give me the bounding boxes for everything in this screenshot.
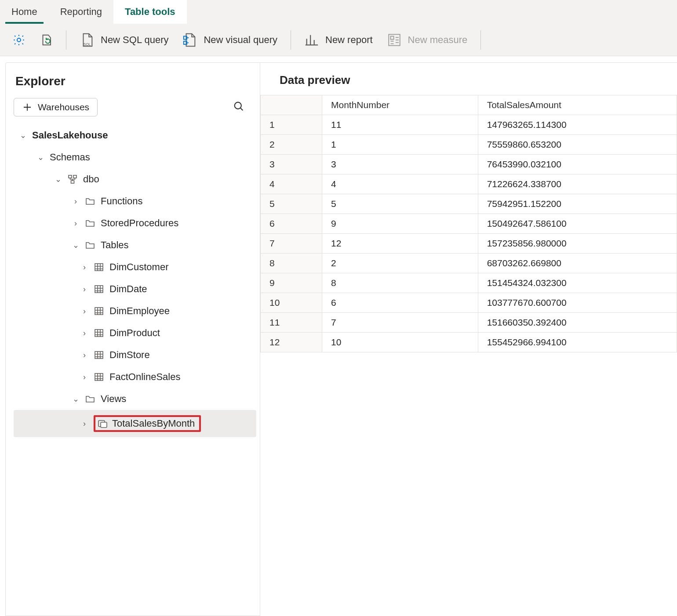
svg-point-6	[235, 102, 241, 109]
table-row[interactable]: 69150492647.586100	[261, 214, 677, 234]
explorer-toolbar: Warehouses	[14, 98, 256, 116]
new-report-button[interactable]: New report	[302, 30, 375, 50]
table-row[interactable]: 5575942951.152200	[261, 194, 677, 214]
row-number-cell: 8	[261, 254, 322, 273]
tree-table-item[interactable]: ›DimCustomer	[14, 256, 256, 278]
tree-tables[interactable]: ⌄ Tables	[14, 234, 256, 256]
tree-table-label: DimCustomer	[109, 261, 168, 273]
tree-table-label: DimStore	[109, 349, 150, 361]
tree-schema-dbo[interactable]: ⌄ dbo	[14, 168, 256, 190]
tree-view-totalsalesbymonth[interactable]: › TotalSalesByMonth	[14, 410, 256, 437]
data-cell: 10	[322, 333, 478, 352]
tree-views[interactable]: ⌄ Views	[14, 388, 256, 410]
tree-table-item[interactable]: ›DimDate	[14, 278, 256, 300]
svg-rect-15	[95, 373, 103, 380]
svg-rect-5	[390, 36, 393, 39]
search-button[interactable]	[233, 100, 245, 115]
tree-functions-label: Functions	[101, 196, 142, 207]
folder-icon	[85, 240, 95, 250]
table-row[interactable]: 3376453990.032100	[261, 155, 677, 174]
table-row[interactable]: 98151454324.032300	[261, 273, 677, 293]
tree-schemas[interactable]: ⌄ Schemas	[14, 146, 256, 168]
plus-icon	[22, 102, 33, 112]
svg-rect-17	[101, 422, 107, 428]
tree-table-label: DimEmployee	[109, 305, 170, 317]
svg-rect-8	[73, 175, 76, 178]
data-cell: 3	[322, 155, 478, 174]
data-cell: 9	[322, 214, 478, 234]
table-row[interactable]: 111147963265.114300	[261, 115, 677, 135]
svg-text:SQL: SQL	[84, 42, 91, 46]
chevron-right-icon: ›	[80, 419, 88, 428]
data-preview-pane: Data preview MonthNumberTotalSalesAmount…	[260, 62, 677, 616]
table-row[interactable]: 106103777670.600700	[261, 293, 677, 313]
chevron-right-icon: ›	[80, 263, 88, 272]
table-row[interactable]: 1210155452966.994100	[261, 333, 677, 352]
chevron-right-icon: ›	[80, 373, 88, 382]
svg-rect-7	[69, 175, 72, 178]
tab-home[interactable]: Home	[0, 0, 49, 24]
data-cell: 5	[322, 194, 478, 214]
tree-table-item[interactable]: ›DimEmployee	[14, 300, 256, 322]
tab-reporting[interactable]: Reporting	[49, 0, 113, 24]
table-row[interactable]: 8268703262.669800	[261, 254, 677, 273]
folder-icon	[85, 394, 95, 404]
explorer-tree: ⌄ SalesLakehouse ⌄ Schemas ⌄ dbo › Funct…	[14, 124, 256, 437]
tree-stored-procedures[interactable]: › StoredProcedures	[14, 212, 256, 234]
add-warehouses-button[interactable]: Warehouses	[14, 98, 98, 116]
explorer-title: Explorer	[15, 74, 256, 88]
sql-file-icon: SQL	[80, 33, 95, 47]
svg-point-0	[17, 38, 21, 42]
new-sql-query-button[interactable]: SQL New SQL query	[77, 30, 171, 50]
data-cell: 75559860.653200	[478, 135, 677, 155]
data-preview-table: MonthNumberTotalSalesAmount 111147963265…	[260, 95, 677, 352]
column-header[interactable]: TotalSalesAmount	[478, 95, 677, 115]
row-number-cell: 10	[261, 293, 322, 313]
data-cell: 151660350.392400	[478, 313, 677, 333]
svg-rect-9	[71, 181, 74, 183]
tree-table-item[interactable]: ›DimProduct	[14, 322, 256, 344]
settings-button[interactable]	[10, 31, 28, 49]
column-header[interactable]: MonthNumber	[322, 95, 478, 115]
tree-table-item[interactable]: ›FactOnlineSales	[14, 366, 256, 388]
chevron-down-icon: ⌄	[72, 240, 80, 250]
row-number-cell: 5	[261, 194, 322, 214]
data-cell: 151454324.032300	[478, 273, 677, 293]
data-cell: 11	[322, 115, 478, 135]
row-number-cell: 4	[261, 174, 322, 194]
chevron-down-icon: ⌄	[54, 174, 62, 184]
tab-table-tools[interactable]: Table tools	[113, 0, 187, 24]
data-preview-title: Data preview	[280, 73, 677, 87]
column-header-rownum[interactable]	[261, 95, 322, 115]
tree-schemas-label: Schemas	[50, 152, 90, 163]
table-row[interactable]: 4471226624.338700	[261, 174, 677, 194]
tree-functions[interactable]: › Functions	[14, 190, 256, 212]
table-row[interactable]: 2175559860.653200	[261, 135, 677, 155]
data-cell: 2	[322, 254, 478, 273]
table-icon	[94, 350, 104, 360]
refresh-button[interactable]	[37, 31, 55, 49]
toolbar-separator	[291, 30, 291, 50]
row-number-cell: 6	[261, 214, 322, 234]
tree-table-item[interactable]: ›DimStore	[14, 344, 256, 366]
table-row[interactable]: 117151660350.392400	[261, 313, 677, 333]
data-cell: 71226624.338700	[478, 174, 677, 194]
table-row[interactable]: 712157235856.980000	[261, 234, 677, 254]
new-visual-query-button[interactable]: New visual query	[180, 30, 280, 50]
new-report-label: New report	[325, 34, 373, 46]
data-cell: 75942951.152200	[478, 194, 677, 214]
row-number-cell: 12	[261, 333, 322, 352]
row-number-cell: 9	[261, 273, 322, 293]
new-measure-label: New measure	[408, 34, 468, 46]
toolbar: SQL New SQL query New visual query New r…	[0, 24, 677, 56]
explorer-pane: Explorer Warehouses ⌄ SalesLakehouse ⌄ S…	[5, 62, 260, 616]
tree-schema-dbo-label: dbo	[83, 174, 99, 185]
data-cell: 157235856.980000	[478, 234, 677, 254]
new-measure-button: New measure	[384, 30, 470, 50]
chevron-right-icon: ›	[72, 197, 80, 206]
table-icon	[94, 284, 104, 294]
schema-icon	[67, 174, 78, 185]
svg-rect-10	[95, 264, 103, 271]
tree-database[interactable]: ⌄ SalesLakehouse	[14, 124, 256, 146]
tree-stored-procedures-label: StoredProcedures	[101, 217, 178, 229]
